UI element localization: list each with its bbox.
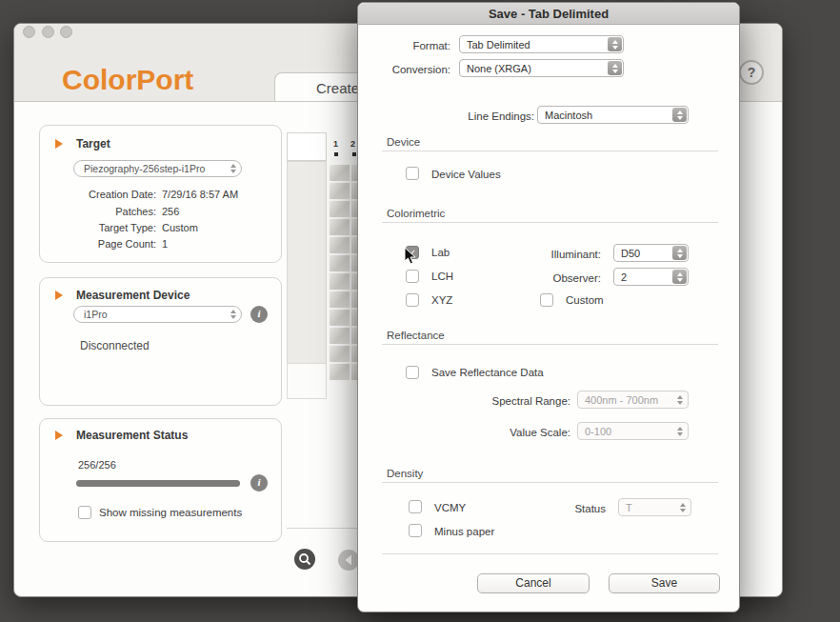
reflectance-section-title: Reflectance — [387, 330, 445, 341]
value-scale-label: Value Scale: — [453, 427, 570, 438]
minus-paper-checkbox[interactable] — [409, 524, 422, 537]
vcmy-label: VCMY — [434, 502, 466, 513]
line-endings-select-value: Macintosh — [545, 110, 592, 121]
stepper-icon — [672, 392, 687, 407]
section-divider — [382, 222, 718, 223]
stepper-icon — [675, 500, 690, 514]
illuminant-select-value: D50 — [621, 248, 640, 259]
patch-grid — [330, 165, 359, 380]
disclosure-triangle-icon[interactable] — [55, 431, 63, 440]
grid-corner-cell — [287, 132, 327, 161]
status-info-icon[interactable]: i — [250, 474, 268, 492]
dialog-title: Save - Tab Delimited — [358, 3, 739, 25]
grid-column-header: 1 — [333, 139, 338, 149]
lab-label: Lab — [431, 247, 450, 258]
page-count-value: 1 — [162, 238, 168, 250]
stepper-icon — [608, 61, 622, 75]
device-select[interactable]: i1Pro — [73, 306, 242, 323]
xyz-checkbox[interactable] — [406, 293, 419, 307]
disclosure-triangle-icon[interactable] — [55, 139, 63, 149]
lch-checkbox[interactable] — [406, 270, 419, 283]
xyz-label: XYZ — [431, 294, 452, 306]
conversion-select[interactable]: None (XRGA) — [459, 59, 624, 77]
device-values-checkbox[interactable] — [406, 167, 419, 180]
patch-cell[interactable] — [330, 291, 350, 308]
stepper-icon — [672, 270, 687, 284]
measurement-device-title: Measurement Device — [76, 289, 190, 302]
target-select[interactable]: Piezography-256step-i1Pro — [73, 160, 242, 177]
format-select-value: Tab Delimited — [467, 39, 530, 50]
stepper-icon — [672, 246, 687, 260]
patch-cell[interactable] — [330, 273, 350, 290]
stepper-icon — [672, 108, 687, 122]
format-select[interactable]: Tab Delimited — [459, 35, 624, 53]
illuminant-label: Illuminant: — [506, 249, 601, 260]
measurement-count: 256/256 — [78, 459, 116, 471]
device-info-icon[interactable]: i — [250, 306, 268, 323]
stepper-icon — [672, 424, 687, 438]
zoom-tool-button[interactable] — [294, 549, 315, 570]
disclosure-triangle-icon[interactable] — [55, 291, 63, 300]
show-missing-checkbox[interactable] — [78, 506, 91, 519]
grid-column-header: 2 — [350, 139, 355, 149]
measurement-status-panel: Measurement Status 256/256 i Show missin… — [39, 418, 282, 542]
footer-divider — [382, 553, 718, 554]
patch-cell[interactable] — [330, 237, 350, 253]
density-status-label: Status — [549, 503, 606, 514]
lab-checkbox[interactable]: ✓ — [406, 246, 419, 259]
illuminant-select[interactable]: D50 — [613, 244, 689, 262]
format-label: Format: — [377, 40, 450, 51]
section-divider — [382, 482, 718, 483]
target-panel-title: Target — [76, 137, 110, 150]
target-type-label: Target Type: — [50, 222, 156, 233]
patch-cell[interactable] — [330, 219, 350, 235]
patch-cell[interactable] — [330, 255, 350, 271]
previous-page-button[interactable] — [338, 550, 359, 571]
observer-select-value: 2 — [621, 271, 627, 283]
desktop-background: ColorPort Create T ? Target Piezography-… — [0, 0, 840, 622]
minimize-window-icon[interactable] — [42, 26, 54, 38]
device-select-value: i1Pro — [84, 309, 108, 320]
patch-cell[interactable] — [330, 165, 350, 181]
patch-cell[interactable] — [330, 364, 350, 380]
grid-ruler-end-cell — [287, 363, 327, 399]
patch-cell[interactable] — [330, 346, 350, 362]
colorport-logo: ColorPort — [62, 64, 193, 96]
cancel-button[interactable]: Cancel — [477, 573, 590, 593]
save-reflectance-checkbox[interactable] — [406, 366, 419, 379]
measurement-progress-bar — [76, 480, 240, 487]
custom-label: Custom — [566, 294, 604, 306]
line-endings-label: Line Endings: — [461, 110, 534, 122]
show-missing-label: Show missing measurements — [99, 507, 242, 518]
measurement-status-title: Measurement Status — [76, 429, 188, 442]
grid-col-marker — [352, 152, 356, 156]
patch-cell[interactable] — [330, 328, 350, 344]
save-button[interactable]: Save — [609, 573, 720, 593]
patch-cell[interactable] — [330, 201, 350, 217]
creation-date-value: 7/29/16 8:57 AM — [162, 189, 238, 200]
density-section-title: Density — [387, 468, 423, 479]
stepper-icon — [226, 162, 240, 175]
conversion-label: Conversion: — [377, 64, 450, 75]
value-scale-select: 0-100 — [577, 422, 689, 440]
observer-select[interactable]: 2 — [613, 268, 689, 286]
spectral-range-select: 400nm - 700nm — [577, 391, 689, 409]
spectral-range-value: 400nm - 700nm — [585, 394, 658, 406]
creation-date-label: Creation Date: — [50, 189, 156, 200]
measurement-device-panel: Measurement Device i1Pro i Disconnected — [39, 277, 282, 406]
patch-cell[interactable] — [330, 183, 350, 199]
line-endings-select[interactable]: Macintosh — [537, 106, 689, 124]
patch-cell[interactable] — [330, 310, 350, 326]
section-divider — [382, 150, 718, 151]
grid-row-ruler — [287, 161, 327, 386]
help-button[interactable]: ? — [739, 60, 764, 85]
zoom-window-icon[interactable] — [60, 26, 72, 38]
spectral-range-label: Spectral Range: — [453, 395, 570, 407]
density-status-value: T — [626, 502, 632, 513]
vcmy-checkbox[interactable] — [409, 500, 422, 513]
target-type-value: Custom — [162, 222, 198, 233]
device-values-label: Device Values — [431, 169, 501, 180]
custom-checkbox[interactable] — [540, 293, 553, 307]
close-window-icon[interactable] — [23, 26, 35, 38]
colorimetric-section-title: Colorimetric — [387, 208, 445, 219]
